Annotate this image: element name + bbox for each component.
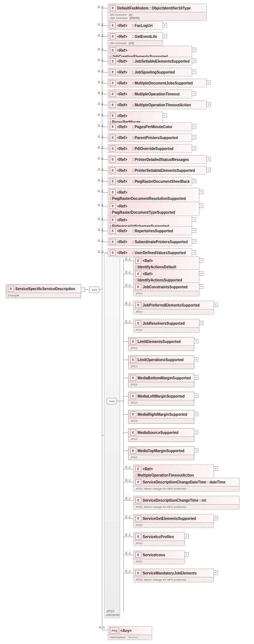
expand-icon[interactable]: + xyxy=(194,375,198,380)
schema-element-node[interactable]: EJobResolversSupportedJPS3 xyxy=(133,319,199,333)
element-badge: E xyxy=(130,448,136,454)
schema-element-node[interactable]: EMediaRightMarginSupportedJPS3 xyxy=(128,410,194,424)
expand-icon[interactable]: + xyxy=(194,357,198,361)
expand-icon[interactable]: + xyxy=(184,534,189,538)
schema-element-node[interactable]: EMediaLeftMarginSupportedJPS3 xyxy=(128,392,194,406)
ref-label: <Ref> xyxy=(117,147,127,151)
schema-element-node[interactable]: ELimitElementsSupportedJPS3 xyxy=(128,337,194,351)
expand-icon[interactable]: + xyxy=(163,34,167,38)
expand-icon[interactable]: + xyxy=(194,412,198,416)
expand-icon[interactable]: + xyxy=(199,284,203,289)
schema-element-node[interactable]: E<Ref>: GetEventLifeMin Inclusive[15] xyxy=(108,32,163,46)
schema-element-node[interactable]: E<Ref>: IdentifyActionsSupported xyxy=(133,269,199,284)
schema-element-node[interactable]: EServiceDescriptiionChangeDateTime : dat… xyxy=(133,478,239,491)
root-node[interactable]: E ServiceSpecificServiceDescription Exam… xyxy=(6,284,81,298)
expand-icon[interactable]: + xyxy=(192,217,196,222)
expand-icon[interactable]: − xyxy=(81,288,85,292)
expand-icon[interactable]: + xyxy=(184,552,189,557)
schema-element-node[interactable]: E<Ref>: JobSpoolingSupported xyxy=(108,68,192,76)
expand-icon[interactable]: + xyxy=(199,271,203,276)
expand-icon[interactable]: + xyxy=(206,102,211,107)
schema-element-node[interactable]: EServiceGetElementsSupportedJPS3 xyxy=(133,514,214,528)
node-footer: JPS3 xyxy=(134,559,184,564)
connector xyxy=(102,220,108,220)
expand-icon[interactable]: + xyxy=(192,70,196,74)
expand-icon[interactable]: + xyxy=(194,394,198,398)
node-label: MediaSourceSupported xyxy=(138,431,178,435)
schema-element-node[interactable]: E<Ref>: PwgRasterDocumentResolutionSuppo… xyxy=(108,188,199,202)
schema-element-node[interactable]: E<Ref>: MultipleDocumentJobsSupported xyxy=(108,79,207,87)
expand-icon[interactable]: + xyxy=(206,157,211,161)
node-label: : FaxLogUri xyxy=(132,24,153,28)
occurrence: 0..1 xyxy=(125,551,131,555)
node-label: : PrinterSettableElementsSupported xyxy=(132,169,195,173)
expand-icon[interactable]: + xyxy=(192,146,196,150)
schema-element-node[interactable]: E<Ref>: RepertoiresSupported xyxy=(108,226,192,235)
node-label: : SubordinatePrintersSupported xyxy=(132,240,188,244)
schema-element-node[interactable]: E<Ref>: PwgRasterDocumentTypeSupported xyxy=(108,202,199,216)
expand-icon[interactable]: + xyxy=(192,239,196,244)
element-badge: E xyxy=(110,69,116,75)
expand-icon[interactable]: + xyxy=(163,113,167,118)
schema-element-node[interactable]: EJobConstraintsSupportedJPS3 xyxy=(133,283,199,296)
schema-element-node[interactable]: EMediaTopMarginSupportedJPS3 xyxy=(128,446,194,460)
schema-element-node[interactable]: E<Ref>: MultipleOperationTimeoutAction xyxy=(133,465,214,479)
expand-icon[interactable]: + xyxy=(206,80,211,85)
schema-element-node[interactable]: EDefaultFaxModem : ObjectIdentifier16Typ… xyxy=(108,4,207,21)
node-footer: Min Inclusive[15] xyxy=(108,40,163,46)
expand-icon[interactable]: + xyxy=(214,466,218,471)
schema-element-node[interactable]: EServiceDescriptiionChangeTime : intJPS3… xyxy=(133,496,239,510)
expand-icon[interactable]: + xyxy=(192,250,196,254)
expand-icon[interactable]: + xyxy=(192,91,196,96)
schema-element-node[interactable]: ELimitOperationsSupportedJPS3 xyxy=(128,355,194,369)
expand-icon[interactable]: + xyxy=(199,258,203,262)
expand-icon[interactable]: + xyxy=(192,135,196,139)
connector xyxy=(123,341,128,342)
element-badge: E xyxy=(110,124,116,130)
schema-element-node[interactable]: E<Ref>: SubordinatePrintersSupported xyxy=(108,237,192,246)
expand-icon[interactable]: + xyxy=(192,228,196,233)
expand-icon[interactable]: + xyxy=(194,448,198,453)
element-badge: E xyxy=(130,430,136,435)
expand-icon[interactable]: + xyxy=(194,339,198,343)
expand-icon[interactable]: + xyxy=(199,190,203,194)
expand-icon[interactable]: + xyxy=(214,303,218,307)
element-badge: E xyxy=(110,102,116,108)
schema-element-node[interactable]: EServiceMandatoryJobElementsJPS3, Name c… xyxy=(133,569,214,582)
schema-element-node[interactable]: E<Ref>: PrinterSettableElementsSupported xyxy=(108,166,207,175)
schema-element-node[interactable]: E<Ref>: PrinterDetailedStatusMessages xyxy=(108,155,207,164)
expand-icon[interactable]: + xyxy=(192,124,196,129)
expand-icon[interactable]: + xyxy=(206,168,211,172)
schema-element-node[interactable]: EServiceIconsJPS3 xyxy=(133,550,185,564)
expand-icon[interactable]: + xyxy=(199,321,203,325)
expand-icon[interactable]: + xyxy=(214,570,218,575)
ref-label: <Ref> xyxy=(117,24,127,28)
schema-element-node[interactable]: E<Ref>: JobSettableElementsSupported xyxy=(108,57,192,66)
schema-element-node[interactable]: E<Ref>: PwgRasterDocumentSheetBack xyxy=(108,177,192,186)
schema-element-node[interactable]: E<Ref>: ParentPrintersSupported xyxy=(108,133,192,142)
expand-icon[interactable]: + xyxy=(199,204,203,208)
schema-element-node[interactable]: E<Ref>: IdentifyActionsDefault xyxy=(133,256,199,270)
schema-element-node[interactable]: EMediaSourceSupportedJPS3 xyxy=(128,428,194,442)
schema-element-node[interactable]: E<Ref>: UserDefinedValuesSupported xyxy=(108,248,192,257)
schema-element-node[interactable]: E<Ref>: MultipleOperationTimeoutAction xyxy=(108,100,207,109)
node-label: MediaLeftMarginSupported xyxy=(138,394,184,398)
node-label: ServiceMandatoryJobElements xyxy=(143,571,197,575)
element-badge: E xyxy=(110,217,116,223)
schema-element-node[interactable]: EServiceIccProfilesJPS3 xyxy=(133,532,185,546)
expand-icon[interactable]: + xyxy=(192,59,196,63)
schema-element-node[interactable]: E<Ref>: PdlOverrideSupported xyxy=(108,144,192,153)
schema-element-node[interactable]: E<Ref>: FaxLogUri xyxy=(108,21,163,30)
expand-icon[interactable]: + xyxy=(192,179,196,183)
expand-icon[interactable]: + xyxy=(214,516,218,520)
schema-element-node[interactable]: EJobPreferredElementsSupportedJPS3 xyxy=(133,301,214,315)
expand-icon[interactable]: + xyxy=(163,23,167,27)
expand-icon[interactable]: + xyxy=(194,430,198,434)
schema-element-node[interactable]: E<Ref>: PagesPerMinuteColor xyxy=(108,122,192,131)
any-node[interactable]: Any <Any> Namespace ##other xyxy=(108,626,152,640)
expand-icon[interactable]: + xyxy=(192,48,196,52)
occurrence: 0..1 xyxy=(125,320,131,323)
schema-element-node[interactable]: E<Ref>: MultipleOperationTimeout xyxy=(108,90,192,98)
ref-label: <Ref> xyxy=(117,158,127,162)
schema-element-node[interactable]: EMediaBottomMarginSupportedJPS3 xyxy=(128,374,194,387)
